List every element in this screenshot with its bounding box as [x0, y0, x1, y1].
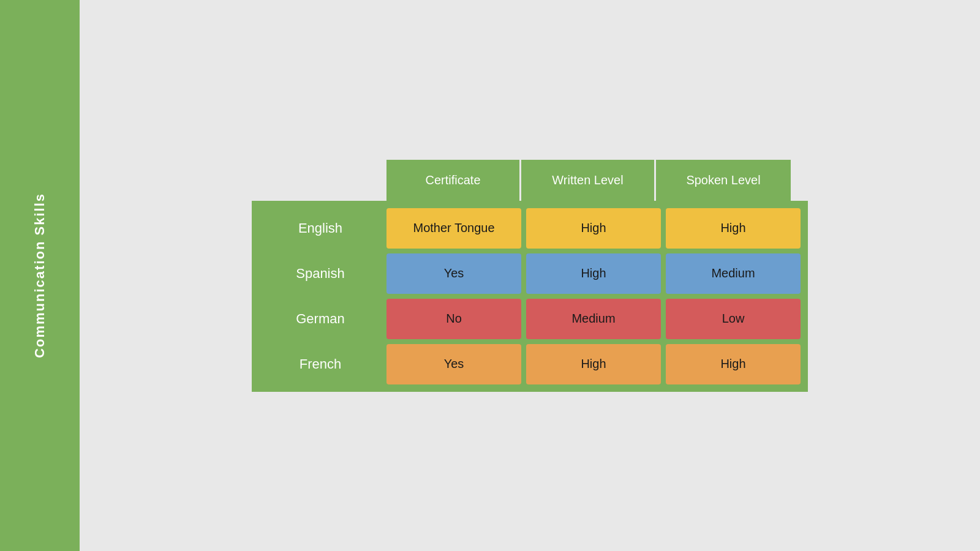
table-body: EnglishMother TongueHighHighSpanishYesHi… [252, 201, 808, 392]
spoken-level-cell: Medium [666, 253, 801, 294]
written-level-cell: High [526, 208, 661, 249]
spoken-level-cell: High [666, 344, 801, 384]
certificate-cell: No [386, 299, 521, 339]
header-cell-certificate: Certificate [386, 160, 521, 201]
language-label: English [259, 208, 382, 249]
written-level-cell: High [526, 253, 661, 294]
written-level-cell: Medium [526, 299, 661, 339]
certificate-cell: Yes [386, 344, 521, 384]
table-header-row: CertificateWritten LevelSpoken Level [386, 160, 808, 201]
table-row: GermanNoMediumLow [259, 299, 801, 339]
header-cell-written-level: Written Level [521, 160, 656, 201]
written-level-cell: High [526, 344, 661, 384]
sidebar-label: Communication Skills [32, 193, 48, 358]
spoken-level-cell: Low [666, 299, 801, 339]
header-cell-spoken-level: Spoken Level [656, 160, 791, 201]
language-label: German [259, 299, 382, 339]
table-row: SpanishYesHighMedium [259, 253, 801, 294]
spoken-level-cell: High [666, 208, 801, 249]
sidebar: Communication Skills [0, 0, 80, 551]
main-content: CertificateWritten LevelSpoken Level Eng… [80, 0, 980, 551]
language-table: CertificateWritten LevelSpoken Level Eng… [252, 160, 808, 392]
language-label: French [259, 344, 382, 384]
table-row: EnglishMother TongueHighHigh [259, 208, 801, 249]
language-label: Spanish [259, 253, 382, 294]
certificate-cell: Yes [386, 253, 521, 294]
certificate-cell: Mother Tongue [386, 208, 521, 249]
table-row: FrenchYesHighHigh [259, 344, 801, 384]
